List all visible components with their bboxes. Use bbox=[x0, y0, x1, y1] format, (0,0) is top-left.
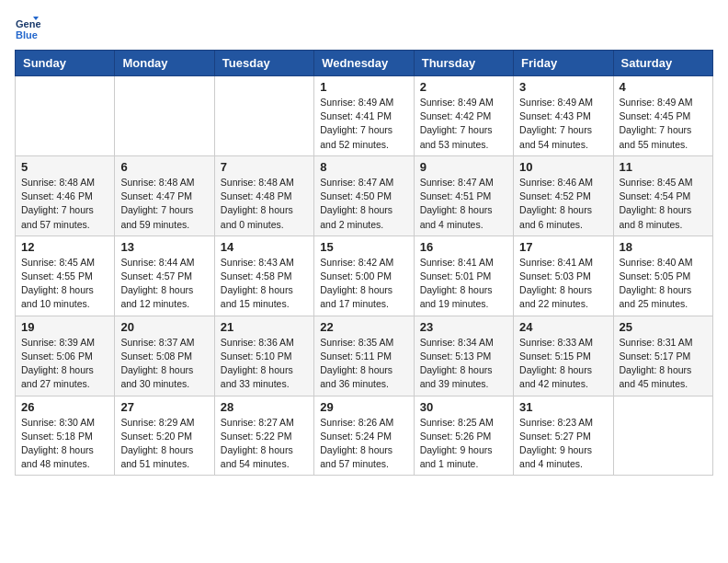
day-number: 9 bbox=[420, 160, 507, 174]
day-number: 22 bbox=[320, 320, 407, 334]
day-number: 13 bbox=[120, 240, 208, 254]
day-number: 11 bbox=[620, 160, 707, 174]
day-info: Sunrise: 8:49 AM Sunset: 4:45 PM Dayligh… bbox=[620, 96, 707, 152]
day-info: Sunrise: 8:31 AM Sunset: 5:17 PM Dayligh… bbox=[620, 336, 707, 392]
day-info: Sunrise: 8:46 AM Sunset: 4:52 PM Dayligh… bbox=[519, 176, 607, 232]
logo-svg: General Blue bbox=[15, 15, 40, 42]
calendar-cell: 6Sunrise: 8:48 AM Sunset: 4:47 PM Daylig… bbox=[115, 155, 214, 236]
day-info: Sunrise: 8:34 AM Sunset: 5:13 PM Dayligh… bbox=[420, 336, 507, 392]
calendar-cell: 17Sunrise: 8:41 AM Sunset: 5:03 PM Dayli… bbox=[514, 236, 613, 316]
day-info: Sunrise: 8:41 AM Sunset: 5:03 PM Dayligh… bbox=[519, 256, 607, 312]
day-number: 21 bbox=[221, 320, 308, 334]
calendar-cell: 20Sunrise: 8:37 AM Sunset: 5:08 PM Dayli… bbox=[115, 316, 214, 396]
day-info: Sunrise: 8:30 AM Sunset: 5:18 PM Dayligh… bbox=[21, 416, 108, 472]
day-number: 20 bbox=[120, 320, 208, 334]
calendar-cell bbox=[115, 76, 214, 156]
weekday-header-sunday: Sunday bbox=[16, 51, 115, 76]
day-number: 6 bbox=[120, 160, 208, 174]
day-number: 23 bbox=[420, 320, 507, 334]
day-number: 29 bbox=[320, 400, 407, 414]
day-number: 17 bbox=[519, 240, 607, 254]
day-info: Sunrise: 8:47 AM Sunset: 4:50 PM Dayligh… bbox=[320, 176, 407, 232]
calendar-cell: 14Sunrise: 8:43 AM Sunset: 4:58 PM Dayli… bbox=[214, 236, 313, 316]
day-number: 26 bbox=[21, 400, 108, 414]
day-number: 2 bbox=[420, 80, 507, 94]
calendar-cell: 12Sunrise: 8:45 AM Sunset: 4:55 PM Dayli… bbox=[16, 236, 115, 316]
calendar-cell: 29Sunrise: 8:26 AM Sunset: 5:24 PM Dayli… bbox=[314, 396, 414, 476]
calendar-cell bbox=[214, 76, 313, 156]
day-info: Sunrise: 8:33 AM Sunset: 5:15 PM Dayligh… bbox=[519, 336, 607, 392]
day-info: Sunrise: 8:29 AM Sunset: 5:20 PM Dayligh… bbox=[120, 416, 208, 472]
weekday-header-friday: Friday bbox=[514, 51, 613, 76]
day-info: Sunrise: 8:23 AM Sunset: 5:27 PM Dayligh… bbox=[519, 416, 607, 472]
day-info: Sunrise: 8:41 AM Sunset: 5:01 PM Dayligh… bbox=[420, 256, 507, 312]
calendar-cell: 4Sunrise: 8:49 AM Sunset: 4:45 PM Daylig… bbox=[613, 76, 712, 156]
calendar-cell: 8Sunrise: 8:47 AM Sunset: 4:50 PM Daylig… bbox=[314, 155, 414, 236]
day-info: Sunrise: 8:26 AM Sunset: 5:24 PM Dayligh… bbox=[320, 416, 407, 472]
weekday-header-wednesday: Wednesday bbox=[314, 51, 414, 76]
day-info: Sunrise: 8:37 AM Sunset: 5:08 PM Dayligh… bbox=[120, 336, 208, 392]
day-number: 18 bbox=[620, 240, 707, 254]
day-info: Sunrise: 8:48 AM Sunset: 4:47 PM Dayligh… bbox=[120, 176, 208, 232]
calendar-cell: 26Sunrise: 8:30 AM Sunset: 5:18 PM Dayli… bbox=[16, 396, 115, 476]
day-number: 5 bbox=[21, 160, 108, 174]
day-number: 3 bbox=[519, 80, 607, 94]
calendar-cell: 16Sunrise: 8:41 AM Sunset: 5:01 PM Dayli… bbox=[414, 236, 513, 316]
day-info: Sunrise: 8:40 AM Sunset: 5:05 PM Dayligh… bbox=[620, 256, 707, 312]
day-info: Sunrise: 8:48 AM Sunset: 4:48 PM Dayligh… bbox=[221, 176, 308, 232]
day-info: Sunrise: 8:36 AM Sunset: 5:10 PM Dayligh… bbox=[221, 336, 308, 392]
day-info: Sunrise: 8:47 AM Sunset: 4:51 PM Dayligh… bbox=[420, 176, 507, 232]
calendar-cell: 27Sunrise: 8:29 AM Sunset: 5:20 PM Dayli… bbox=[115, 396, 214, 476]
day-info: Sunrise: 8:44 AM Sunset: 4:57 PM Dayligh… bbox=[120, 256, 208, 312]
calendar-cell: 15Sunrise: 8:42 AM Sunset: 5:00 PM Dayli… bbox=[314, 236, 414, 316]
calendar-cell: 31Sunrise: 8:23 AM Sunset: 5:27 PM Dayli… bbox=[514, 396, 613, 476]
day-number: 16 bbox=[420, 240, 507, 254]
day-info: Sunrise: 8:49 AM Sunset: 4:43 PM Dayligh… bbox=[519, 96, 607, 152]
calendar-table: SundayMondayTuesdayWednesdayThursdayFrid… bbox=[15, 50, 713, 476]
day-number: 24 bbox=[519, 320, 607, 334]
calendar-cell: 18Sunrise: 8:40 AM Sunset: 5:05 PM Dayli… bbox=[613, 236, 712, 316]
day-number: 8 bbox=[320, 160, 407, 174]
calendar-cell: 30Sunrise: 8:25 AM Sunset: 5:26 PM Dayli… bbox=[414, 396, 513, 476]
calendar-cell: 13Sunrise: 8:44 AM Sunset: 4:57 PM Dayli… bbox=[115, 236, 214, 316]
svg-text:Blue: Blue bbox=[16, 29, 38, 40]
calendar-cell: 5Sunrise: 8:48 AM Sunset: 4:46 PM Daylig… bbox=[16, 155, 115, 236]
day-number: 7 bbox=[221, 160, 308, 174]
day-info: Sunrise: 8:27 AM Sunset: 5:22 PM Dayligh… bbox=[221, 416, 308, 472]
page-header: General Blue bbox=[15, 15, 713, 42]
weekday-header-monday: Monday bbox=[115, 51, 214, 76]
calendar-cell: 2Sunrise: 8:49 AM Sunset: 4:42 PM Daylig… bbox=[414, 76, 513, 156]
calendar-cell: 24Sunrise: 8:33 AM Sunset: 5:15 PM Dayli… bbox=[514, 316, 613, 396]
calendar-cell: 7Sunrise: 8:48 AM Sunset: 4:48 PM Daylig… bbox=[214, 155, 313, 236]
calendar-cell: 25Sunrise: 8:31 AM Sunset: 5:17 PM Dayli… bbox=[613, 316, 712, 396]
day-info: Sunrise: 8:43 AM Sunset: 4:58 PM Dayligh… bbox=[221, 256, 308, 312]
day-number: 28 bbox=[221, 400, 308, 414]
calendar-cell: 21Sunrise: 8:36 AM Sunset: 5:10 PM Dayli… bbox=[214, 316, 313, 396]
day-info: Sunrise: 8:25 AM Sunset: 5:26 PM Dayligh… bbox=[420, 416, 507, 472]
calendar-cell: 9Sunrise: 8:47 AM Sunset: 4:51 PM Daylig… bbox=[414, 155, 513, 236]
logo: General Blue bbox=[15, 15, 40, 42]
calendar-cell: 1Sunrise: 8:49 AM Sunset: 4:41 PM Daylig… bbox=[314, 76, 414, 156]
day-info: Sunrise: 8:42 AM Sunset: 5:00 PM Dayligh… bbox=[320, 256, 407, 312]
day-number: 27 bbox=[120, 400, 208, 414]
day-info: Sunrise: 8:39 AM Sunset: 5:06 PM Dayligh… bbox=[21, 336, 108, 392]
day-number: 25 bbox=[620, 320, 707, 334]
calendar-cell: 10Sunrise: 8:46 AM Sunset: 4:52 PM Dayli… bbox=[514, 155, 613, 236]
calendar-cell: 23Sunrise: 8:34 AM Sunset: 5:13 PM Dayli… bbox=[414, 316, 513, 396]
day-number: 14 bbox=[221, 240, 308, 254]
weekday-header-tuesday: Tuesday bbox=[214, 51, 313, 76]
day-number: 31 bbox=[519, 400, 607, 414]
day-info: Sunrise: 8:49 AM Sunset: 4:42 PM Dayligh… bbox=[420, 96, 507, 152]
day-number: 1 bbox=[320, 80, 407, 94]
weekday-header-saturday: Saturday bbox=[613, 51, 712, 76]
day-number: 12 bbox=[21, 240, 108, 254]
svg-text:General: General bbox=[16, 18, 40, 29]
calendar-cell bbox=[16, 76, 115, 156]
day-number: 15 bbox=[320, 240, 407, 254]
calendar-cell: 28Sunrise: 8:27 AM Sunset: 5:22 PM Dayli… bbox=[214, 396, 313, 476]
day-info: Sunrise: 8:35 AM Sunset: 5:11 PM Dayligh… bbox=[320, 336, 407, 392]
calendar-cell: 11Sunrise: 8:45 AM Sunset: 4:54 PM Dayli… bbox=[613, 155, 712, 236]
day-number: 19 bbox=[21, 320, 108, 334]
calendar-cell: 19Sunrise: 8:39 AM Sunset: 5:06 PM Dayli… bbox=[16, 316, 115, 396]
calendar-cell bbox=[613, 396, 712, 476]
